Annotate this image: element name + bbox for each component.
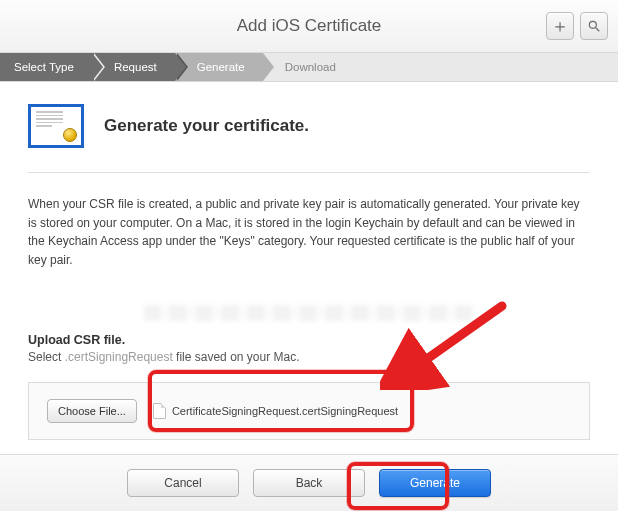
certificate-icon xyxy=(28,104,84,148)
choose-file-button[interactable]: Choose File... xyxy=(47,399,137,423)
heading-text: Generate your certificate. xyxy=(104,116,309,136)
selected-file-name: CertificateSigningRequest.certSigningReq… xyxy=(172,405,398,417)
window: Add iOS Certificate ＋ Select Type Reques… xyxy=(0,0,618,511)
generate-button[interactable]: Generate xyxy=(379,469,491,497)
add-button[interactable]: ＋ xyxy=(546,12,574,40)
upload-subtitle: Select .certSigningRequest file saved on… xyxy=(28,350,590,364)
upload-box: Choose File... CertificateSigningRequest… xyxy=(28,382,590,440)
selected-file: CertificateSigningRequest.certSigningReq… xyxy=(153,403,398,419)
step-bar: Select Type Request Generate Download xyxy=(0,53,618,82)
upload-title: Upload CSR file. xyxy=(28,333,590,347)
page-title: Add iOS Certificate xyxy=(0,0,618,52)
heading-row: Generate your certificate. xyxy=(28,104,590,148)
step-select-type[interactable]: Select Type xyxy=(0,53,92,81)
step-download: Download xyxy=(263,53,354,81)
titlebar-actions: ＋ xyxy=(546,12,608,40)
content: Generate your certificate. When your CSR… xyxy=(0,82,618,440)
plus-icon: ＋ xyxy=(551,17,569,35)
cancel-button[interactable]: Cancel xyxy=(127,469,239,497)
upload-ext: .certSigningRequest xyxy=(65,350,173,364)
back-button[interactable]: Back xyxy=(253,469,365,497)
footer: Cancel Back Generate xyxy=(0,454,618,511)
svg-point-0 xyxy=(589,21,596,28)
body-text: When your CSR file is created, a public … xyxy=(28,195,590,269)
search-button[interactable] xyxy=(580,12,608,40)
step-generate[interactable]: Generate xyxy=(175,53,263,81)
file-icon xyxy=(153,403,166,419)
svg-line-1 xyxy=(596,28,600,32)
titlebar: Add iOS Certificate ＋ xyxy=(0,0,618,53)
search-icon xyxy=(587,19,601,33)
divider xyxy=(28,172,590,173)
redacted-region xyxy=(144,305,474,321)
